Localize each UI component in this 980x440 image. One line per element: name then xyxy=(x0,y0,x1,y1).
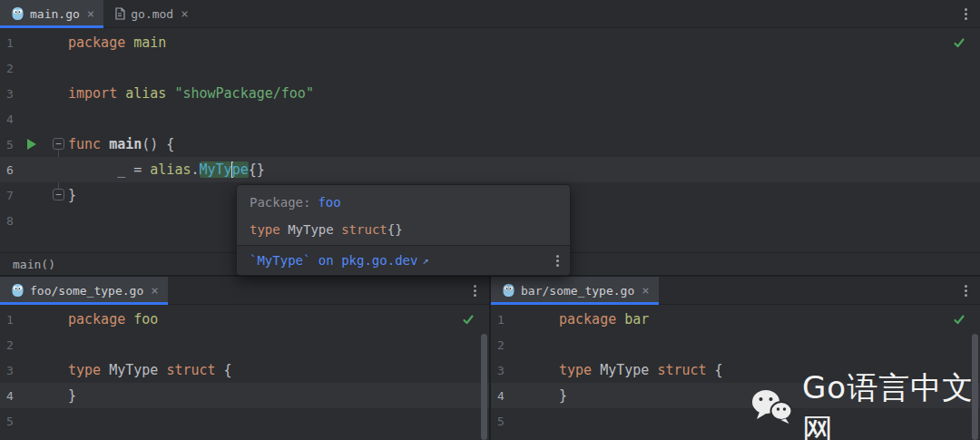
tab-main-go[interactable]: main.go × xyxy=(0,0,103,27)
code-line-1[interactable]: 1package main xyxy=(0,30,980,55)
doc-more-kebab-icon[interactable] xyxy=(556,255,559,267)
close-icon[interactable]: × xyxy=(87,7,94,20)
vertical-scrollbar[interactable] xyxy=(481,334,487,440)
package-label: Package: xyxy=(250,195,310,210)
ide-window: main.go × go.mod × 1package main23import… xyxy=(0,0,980,440)
code-line-3[interactable]: 3import alias "showPackage/foo" xyxy=(0,81,980,106)
code-token: package xyxy=(68,34,133,51)
line-number: 3 xyxy=(0,87,26,101)
code-text: import alias "showPackage/foo" xyxy=(68,85,314,102)
go-gopher-icon xyxy=(502,283,515,298)
code-line-3[interactable]: 3type MyType struct { xyxy=(0,357,489,383)
watermark: Go语言中文网 xyxy=(751,367,980,440)
code-token: MyType xyxy=(109,362,166,378)
doc-footer: `MyType` on pkg.go.dev ↗ xyxy=(237,245,570,275)
gutter xyxy=(26,81,68,106)
line-number: 6 xyxy=(0,163,26,177)
gutter xyxy=(26,383,68,408)
gutter xyxy=(26,307,68,332)
code-line-2[interactable]: 2 xyxy=(0,55,980,81)
code-token: MyType xyxy=(600,362,657,378)
fold-start-icon[interactable]: − xyxy=(53,138,64,150)
tab-foo-some-type-go[interactable]: foo/some_type.go × xyxy=(0,277,168,304)
code-line-5[interactable]: 5 xyxy=(0,408,489,434)
go-gopher-icon xyxy=(11,283,24,298)
code-token: package xyxy=(68,311,133,328)
code-token: . xyxy=(191,161,199,178)
tab-label: main.go xyxy=(30,7,80,21)
code-token: "showPackage/foo" xyxy=(174,85,314,102)
code-token: package xyxy=(559,311,624,328)
package-name: foo xyxy=(318,195,340,210)
code-text: func main() { xyxy=(68,136,174,152)
top-tabbar: main.go × go.mod × xyxy=(0,0,980,28)
tab-bar-some-type-go[interactable]: bar/some_type.go × xyxy=(491,277,659,304)
code-token: main xyxy=(133,34,166,51)
inspections-ok-icon[interactable] xyxy=(953,36,965,49)
code-line-6[interactable]: 6 _ = alias.MyType{} xyxy=(0,157,980,182)
code-token: type xyxy=(68,362,109,378)
bar-editor-pane: bar/some_type.go × 1package bar23type My… xyxy=(491,277,980,440)
tab-options-kebab-icon[interactable] xyxy=(961,277,971,305)
line-number: 2 xyxy=(0,338,26,352)
code-token: bar xyxy=(624,311,649,328)
code-line-1[interactable]: 1package foo xyxy=(0,307,489,332)
gutter xyxy=(517,307,559,332)
code-token: struct xyxy=(657,362,706,378)
close-icon[interactable]: × xyxy=(181,7,188,20)
code-text: type MyType struct { xyxy=(559,362,723,378)
close-icon[interactable]: × xyxy=(642,284,649,297)
code-token: foo xyxy=(133,311,158,328)
gray-file-icon xyxy=(114,7,125,20)
code-token: {} xyxy=(249,161,265,178)
wechat-icon xyxy=(751,389,793,429)
gutter xyxy=(517,357,559,383)
tab-go-mod[interactable]: go.mod × xyxy=(103,0,197,27)
code-text: } xyxy=(559,387,567,404)
code-token: MyTy xyxy=(200,161,232,178)
gutter xyxy=(26,208,68,233)
code-line-2[interactable]: 2 xyxy=(491,332,980,357)
run-icon[interactable] xyxy=(27,139,36,150)
close-icon[interactable]: × xyxy=(151,284,158,297)
breadcrumb-item[interactable]: main() xyxy=(13,258,55,271)
tab-options-kebab-icon[interactable] xyxy=(961,0,971,28)
code-line-4[interactable]: 4} xyxy=(0,383,489,408)
fold-end-icon[interactable]: − xyxy=(53,189,64,200)
code-token: struct xyxy=(166,362,215,378)
quick-documentation-popup: Package: foo type MyType struct{} `MyTyp… xyxy=(236,184,571,276)
code-token: import xyxy=(68,85,125,102)
line-number: 2 xyxy=(491,338,517,352)
doc-body: Package: foo type MyType struct{} xyxy=(237,185,570,245)
code-token: } xyxy=(68,187,76,203)
inspections-ok-icon[interactable] xyxy=(953,313,965,326)
code-token: struct xyxy=(341,222,387,237)
inspections-ok-icon[interactable] xyxy=(462,313,475,326)
tab-label: bar/some_type.go xyxy=(521,284,634,298)
code-token: {} xyxy=(387,222,403,237)
line-number: 5 xyxy=(0,138,26,152)
code-token: } xyxy=(559,387,567,404)
code-text: _ = alias.MyType{} xyxy=(68,161,265,179)
code-line-5[interactable]: 5−func main() { xyxy=(0,132,980,157)
line-number: 7 xyxy=(0,189,26,202)
pkg-go-dev-link[interactable]: `MyType` on pkg.go.dev xyxy=(250,253,417,268)
gutter xyxy=(26,357,68,383)
code-token: _ = xyxy=(68,161,150,178)
go-gopher-icon xyxy=(11,6,24,21)
bottom-left-tabbar: foo/some_type.go × xyxy=(0,277,489,305)
code-line-4[interactable]: 4 xyxy=(0,106,980,132)
line-number: 8 xyxy=(0,214,26,228)
tab-label: go.mod xyxy=(131,7,173,21)
line-number: 4 xyxy=(0,389,26,403)
code-text: type MyType struct { xyxy=(68,362,232,378)
code-token: pe xyxy=(232,161,249,178)
code-token: main xyxy=(109,136,142,152)
code-line-2[interactable]: 2 xyxy=(0,332,489,357)
code-text: package foo xyxy=(68,311,158,328)
tab-options-kebab-icon[interactable] xyxy=(470,277,480,305)
line-number: 5 xyxy=(0,415,26,428)
code-text: } xyxy=(68,187,76,203)
code-line-1[interactable]: 1package bar xyxy=(491,307,980,332)
code-token: type xyxy=(250,222,288,237)
